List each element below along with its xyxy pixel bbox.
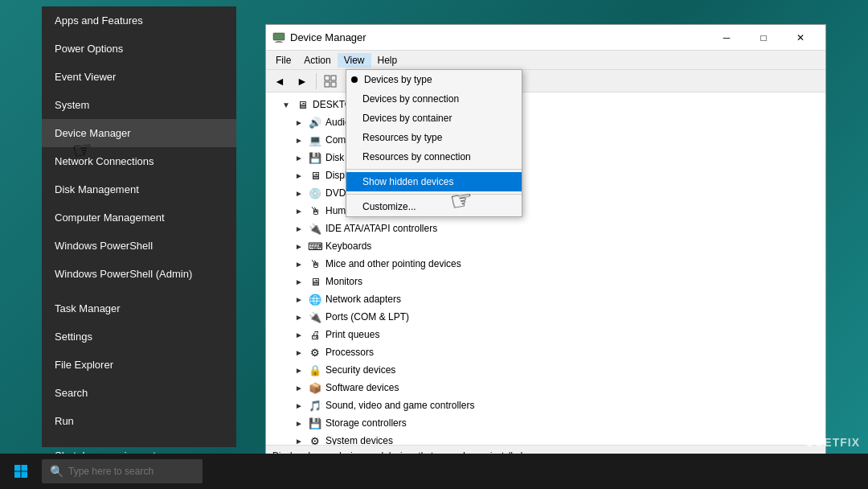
sidebar-item-device-manager[interactable]: Device Manager <box>42 119 236 147</box>
ugetfix-watermark: UGETFIX <box>805 436 860 449</box>
expand-arrow: ► <box>295 401 308 410</box>
window-controls: ─ □ ✕ <box>708 25 819 51</box>
expand-arrow: ► <box>295 224 308 233</box>
expand-arrow: ► <box>295 207 308 216</box>
sidebar-item-search[interactable]: Search <box>42 379 236 407</box>
menu-action[interactable]: Action <box>297 53 337 68</box>
toolbar-forward[interactable]: ► <box>292 72 313 91</box>
sidebar-item-apps-features[interactable]: Apps and Features <box>42 6 236 35</box>
sidebar-item-network-connections[interactable]: Network Connections <box>42 147 236 175</box>
security-icon: 🔒 <box>308 363 322 377</box>
window-titlebar: Device Manager ─ □ ✕ <box>266 25 825 51</box>
sidebar-item-windows-powershell[interactable]: Windows PowerShell <box>42 232 236 260</box>
expand-arrow: ► <box>295 295 308 304</box>
svg-rect-4 <box>331 76 336 80</box>
expand-arrow: ► <box>295 348 308 357</box>
sidebar-item-computer-management[interactable]: Computer Management <box>42 203 236 232</box>
svg-rect-9 <box>14 472 21 479</box>
taskbar: 🔍 <box>0 454 868 489</box>
maximize-button[interactable]: □ <box>745 25 782 51</box>
tree-item-system[interactable]: ► ⚙ System devices <box>266 432 825 445</box>
expand-arrow: ► <box>295 437 308 446</box>
tree-item-monitors[interactable]: ► 🖥 Monitors <box>266 273 825 290</box>
expand-arrow: ► <box>295 260 308 269</box>
radio-checked-icon <box>351 76 358 83</box>
svg-rect-10 <box>22 472 28 479</box>
menu-show-hidden-devices[interactable]: Show hidden devices <box>346 172 522 191</box>
menu-file[interactable]: File <box>269 53 297 68</box>
sidebar-item-windows-powershell-admin[interactable]: Windows PowerShell (Admin) <box>42 260 236 288</box>
sidebar-item-file-explorer[interactable]: File Explorer <box>42 351 236 379</box>
expand-arrow: ► <box>295 331 308 339</box>
menu-devices-by-type[interactable]: Devices by type <box>346 70 522 89</box>
expand-arrow: ► <box>295 154 308 162</box>
tree-item-ports[interactable]: ► 🔌 Ports (COM & LPT) <box>266 308 825 326</box>
tree-item-print[interactable]: ► 🖨 Print queues <box>266 326 825 343</box>
collapse-arrow: ▼ <box>282 101 295 109</box>
audio-icon: 🔊 <box>308 115 322 129</box>
tree-item-sound[interactable]: ► 🎵 Sound, video and game controllers <box>266 397 825 414</box>
sidebar-item-system[interactable]: System <box>42 91 236 119</box>
computers-icon: 💻 <box>308 133 322 147</box>
tree-item-network[interactable]: ► 🌐 Network adapters <box>266 290 825 308</box>
toolbar-grid[interactable] <box>320 72 341 91</box>
software-icon: 📦 <box>308 380 322 395</box>
sidebar-item-disk-management[interactable]: Disk Management <box>42 175 236 203</box>
expand-arrow: ► <box>295 277 308 286</box>
tree-item-processors[interactable]: ► ⚙ Processors <box>266 343 825 361</box>
dropdown-separator-1 <box>346 169 522 170</box>
taskbar-search-box[interactable]: 🔍 <box>42 459 203 483</box>
menu-view[interactable]: View <box>338 53 371 68</box>
device-manager-icon <box>272 31 285 44</box>
menu-devices-by-container[interactable]: Devices by container <box>346 109 522 128</box>
sidebar-item-event-viewer[interactable]: Event Viewer <box>42 63 236 91</box>
sidebar-item-power-options[interactable]: Power Options <box>42 35 236 63</box>
sidebar-item-run[interactable]: Run <box>42 407 236 435</box>
sidebar-item-settings[interactable]: Settings <box>42 323 236 351</box>
tree-item-security[interactable]: ► 🔒 Security devices <box>266 361 825 379</box>
expand-arrow: ► <box>295 313 308 322</box>
tree-item-keyboards[interactable]: ► ⌨ Keyboards <box>266 237 825 255</box>
ports-icon: 🔌 <box>308 310 322 324</box>
ide-icon: 🔌 <box>308 221 322 236</box>
svg-rect-2 <box>275 42 283 43</box>
start-panel: Apps and Features Power Options Event Vi… <box>42 6 236 447</box>
start-button[interactable] <box>0 454 42 489</box>
expand-arrow: ► <box>295 366 308 375</box>
expand-arrow: ► <box>295 136 308 145</box>
tree-item-software[interactable]: ► 📦 Software devices <box>266 379 825 397</box>
menu-resources-by-connection[interactable]: Resources by connection <box>346 147 522 166</box>
disk-icon: 💾 <box>308 150 322 165</box>
mice-icon: 🖱 <box>308 257 322 271</box>
sound-icon: 🎵 <box>308 398 322 413</box>
tree-item-mice[interactable]: ► 🖱 Mice and other pointing devices <box>266 255 825 273</box>
menu-customize[interactable]: Customize... <box>346 197 522 216</box>
expand-arrow: ► <box>295 242 308 251</box>
search-input[interactable] <box>68 466 194 477</box>
dropdown-separator-2 <box>346 194 522 195</box>
view-dropdown-menu: Devices by type Devices by connection De… <box>346 69 522 217</box>
window-title: Device Manager <box>290 31 708 43</box>
toolbar-sep-1 <box>316 73 317 89</box>
menu-help[interactable]: Help <box>371 53 404 68</box>
toolbar-back[interactable]: ◄ <box>269 72 290 91</box>
keyboard-icon: ⌨ <box>308 239 322 253</box>
minimize-button[interactable]: ─ <box>708 25 745 51</box>
storage-icon: 💾 <box>308 416 322 430</box>
tree-item-storage[interactable]: ► 💾 Storage controllers <box>266 414 825 432</box>
computer-icon: 🖥 <box>295 97 309 112</box>
expand-arrow: ► <box>295 189 308 198</box>
tree-item-ide[interactable]: ► 🔌 IDE ATA/ATAPI controllers <box>266 220 825 237</box>
system-icon: ⚙ <box>308 434 322 445</box>
processor-icon: ⚙ <box>308 345 322 360</box>
search-icon: 🔍 <box>50 465 63 478</box>
expand-arrow: ► <box>295 419 308 428</box>
svg-rect-5 <box>325 82 330 87</box>
close-button[interactable]: ✕ <box>782 25 819 51</box>
menu-resources-by-type[interactable]: Resources by type <box>346 128 522 147</box>
sidebar-item-task-manager[interactable]: Task Manager <box>42 294 236 323</box>
menu-devices-by-connection[interactable]: Devices by connection <box>346 89 522 109</box>
expand-arrow: ► <box>295 118 308 127</box>
svg-rect-6 <box>331 82 336 87</box>
svg-rect-7 <box>14 465 21 471</box>
